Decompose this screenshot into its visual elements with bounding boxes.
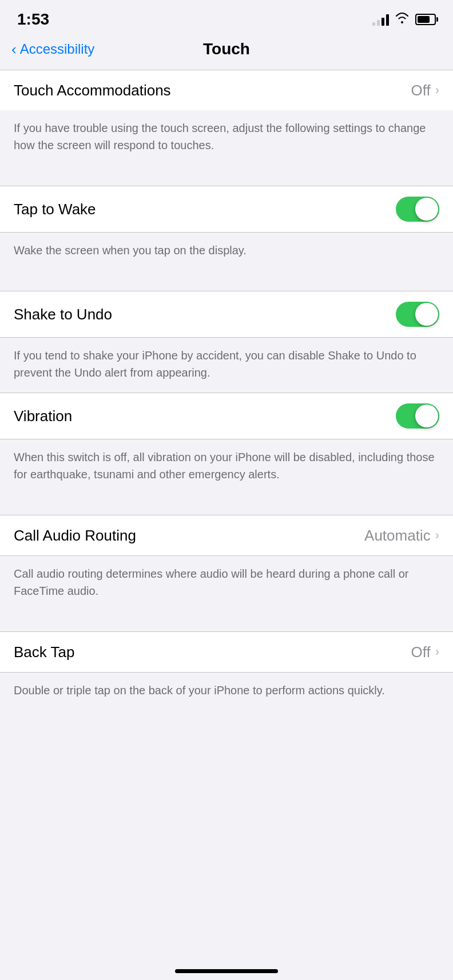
call-audio-group: Call Audio Routing Automatic ›	[0, 515, 453, 555]
gap-3	[0, 494, 453, 515]
page-title: Touch	[203, 40, 250, 58]
touch-accommodations-chevron-icon: ›	[435, 83, 439, 98]
back-tap-row[interactable]: Back Tap Off ›	[0, 632, 453, 672]
nav-header: ‹ Accessibility Touch	[0, 34, 453, 70]
back-tap-right: Off ›	[411, 643, 439, 661]
touch-accommodations-label: Touch Accommodations	[14, 82, 171, 99]
call-audio-routing-row[interactable]: Call Audio Routing Automatic ›	[0, 515, 453, 555]
back-tap-chevron-icon: ›	[435, 645, 439, 659]
touch-accommodations-section: Touch Accommodations Off › If you have t…	[0, 70, 453, 165]
shake-to-undo-label: Shake to Undo	[14, 306, 112, 323]
shake-to-undo-row[interactable]: Shake to Undo	[0, 291, 453, 337]
back-tap-description: Double or triple tap on the back of your…	[0, 673, 453, 710]
status-time: 1:53	[17, 10, 49, 29]
signal-icon	[372, 13, 389, 26]
tap-to-wake-section: Tap to Wake Wake the screen when you tap…	[0, 186, 453, 270]
tap-to-wake-description: Wake the screen when you tap on the disp…	[0, 233, 453, 270]
tap-to-wake-group: Tap to Wake	[0, 186, 453, 232]
call-audio-section: Call Audio Routing Automatic › Call audi…	[0, 515, 453, 611]
back-button[interactable]: ‹ Accessibility	[11, 41, 94, 58]
status-icons	[372, 12, 436, 27]
vibration-group: Vibration	[0, 393, 453, 439]
vibration-row[interactable]: Vibration	[0, 393, 453, 439]
wifi-icon	[395, 12, 410, 27]
shake-undo-group: Shake to Undo	[0, 291, 453, 337]
shake-to-undo-description: If you tend to shake your iPhone by acci…	[0, 338, 453, 393]
battery-icon	[415, 14, 436, 25]
back-tap-label: Back Tap	[14, 643, 74, 661]
back-tap-section: Back Tap Off › Double or triple tap on t…	[0, 632, 453, 710]
gap-2	[0, 270, 453, 291]
tap-to-wake-label: Tap to Wake	[14, 201, 96, 218]
back-tap-value: Off	[411, 643, 430, 661]
tap-to-wake-row[interactable]: Tap to Wake	[0, 186, 453, 232]
home-indicator-area	[0, 710, 453, 756]
vibration-description: When this switch is off, all vibration o…	[0, 439, 453, 494]
vibration-knob	[415, 405, 438, 427]
back-label: Accessibility	[20, 41, 95, 57]
touch-accommodations-right: Off ›	[411, 82, 439, 99]
call-audio-routing-chevron-icon: ›	[435, 528, 439, 543]
touch-accommodations-row[interactable]: Touch Accommodations Off ›	[0, 70, 453, 110]
home-indicator	[175, 969, 278, 973]
touch-accommodations-value: Off	[411, 82, 430, 99]
shake-to-undo-knob	[415, 303, 438, 326]
call-audio-description: Call audio routing determines where audi…	[0, 556, 453, 611]
vibration-toggle[interactable]	[396, 403, 439, 429]
back-tap-desc-text: Double or triple tap on the back of your…	[14, 684, 385, 697]
tap-to-wake-desc-text: Wake the screen when you tap on the disp…	[14, 244, 247, 257]
shake-undo-section: Shake to Undo If you tend to shake your …	[0, 291, 453, 494]
call-audio-routing-label: Call Audio Routing	[14, 527, 136, 545]
call-audio-routing-right: Automatic ›	[364, 527, 439, 545]
shake-to-undo-toggle[interactable]	[396, 302, 439, 327]
vibration-label: Vibration	[14, 407, 72, 425]
status-bar: 1:53	[0, 0, 453, 34]
tap-to-wake-knob	[415, 198, 438, 221]
shake-to-undo-desc-text: If you tend to shake your iPhone by acci…	[14, 349, 416, 379]
vibration-desc-text: When this switch is off, all vibration o…	[14, 451, 435, 481]
tap-to-wake-toggle[interactable]	[396, 197, 439, 222]
touch-accommodations-desc-text: If you have trouble using the touch scre…	[14, 122, 426, 151]
back-tap-group: Back Tap Off ›	[0, 632, 453, 672]
touch-accommodations-description: If you have trouble using the touch scre…	[0, 110, 453, 165]
back-chevron-icon: ‹	[11, 41, 17, 58]
touch-accommodations-group: Touch Accommodations Off ›	[0, 70, 453, 110]
call-audio-routing-value: Automatic	[364, 527, 431, 545]
call-audio-desc-text: Call audio routing determines where audi…	[14, 567, 408, 597]
gap-1	[0, 165, 453, 186]
gap-4	[0, 611, 453, 631]
